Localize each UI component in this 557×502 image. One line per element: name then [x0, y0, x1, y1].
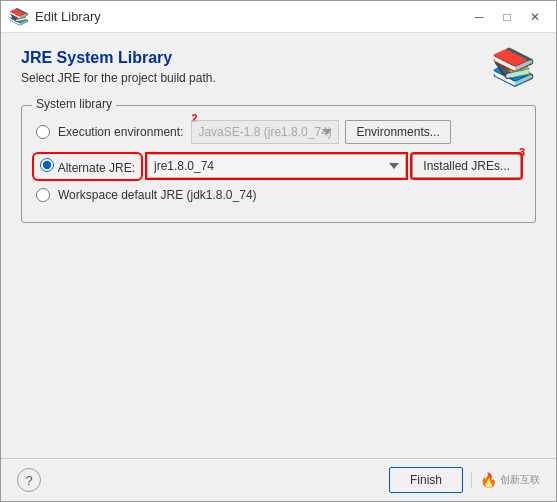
title-bar-left: 📚 Edit Library	[9, 7, 101, 26]
workspace-default-radio[interactable]	[36, 188, 50, 202]
installed-jres-button[interactable]: Installed JREs...	[412, 154, 521, 178]
window-icon: 📚	[9, 7, 29, 26]
installed-jres-annotation: 3 Installed JREs...	[412, 154, 521, 178]
title-bar: 📚 Edit Library ─ □ ✕	[1, 1, 556, 33]
subtitle: Select JRE for the project build path.	[21, 71, 216, 85]
header-section: JRE System Library Select JRE for the pr…	[21, 49, 536, 85]
annotation-3: 3	[519, 146, 525, 158]
window-title: Edit Library	[35, 9, 101, 24]
window-content: JRE System Library Select JRE for the pr…	[1, 33, 556, 458]
workspace-default-row: Workspace default JRE (jdk1.8.0_74)	[36, 188, 521, 202]
alternate-jre-radio[interactable]	[40, 158, 54, 172]
close-button[interactable]: ✕	[522, 6, 548, 28]
execution-env-label: Execution environment:	[58, 125, 183, 139]
execution-env-radio[interactable]	[36, 125, 50, 139]
branding-text: 创新互联	[500, 473, 540, 487]
environments-button[interactable]: Environments...	[345, 120, 450, 144]
header-icon: 📚	[491, 49, 536, 85]
title-bar-controls: ─ □ ✕	[466, 6, 548, 28]
group-label: System library	[32, 97, 116, 111]
main-title: JRE System Library	[21, 49, 216, 67]
help-button[interactable]: ?	[17, 468, 41, 492]
header-text: JRE System Library Select JRE for the pr…	[21, 49, 216, 85]
minimize-button[interactable]: ─	[466, 6, 492, 28]
finish-button[interactable]: Finish	[389, 467, 463, 493]
edit-library-window: 📚 Edit Library ─ □ ✕ JRE System Library …	[0, 0, 557, 502]
branding: 🔥 创新互联	[471, 472, 540, 488]
maximize-button[interactable]: □	[494, 6, 520, 28]
alternate-jre-label: Alternate JRE:	[58, 161, 135, 175]
alternate-jre-combo[interactable]: jre1.8.0_74	[147, 154, 406, 178]
alternate-jre-highlight: Alternate JRE:	[36, 156, 139, 177]
execution-env-row: Execution environment: 2 JavaSE-1.8 (jre…	[36, 120, 521, 144]
branding-icon: 🔥	[480, 472, 497, 488]
execution-env-combo[interactable]: JavaSE-1.8 (jre1.8.0_74)	[191, 120, 339, 144]
execution-env-controls: 2 JavaSE-1.8 (jre1.8.0_74) Environments.…	[191, 120, 521, 144]
execution-env-annotation: 2 JavaSE-1.8 (jre1.8.0_74)	[191, 120, 339, 144]
footer: ? Finish 🔥 创新互联	[1, 458, 556, 501]
footer-right: Finish 🔥 创新互联	[389, 467, 540, 493]
workspace-default-label: Workspace default JRE (jdk1.8.0_74)	[58, 188, 257, 202]
system-library-group: System library Execution environment: 2 …	[21, 105, 536, 223]
alternate-jre-row: Alternate JRE: jre1.8.0_74 3 Installed J…	[36, 154, 521, 178]
alternate-jre-controls: jre1.8.0_74 3 Installed JREs...	[147, 154, 521, 178]
